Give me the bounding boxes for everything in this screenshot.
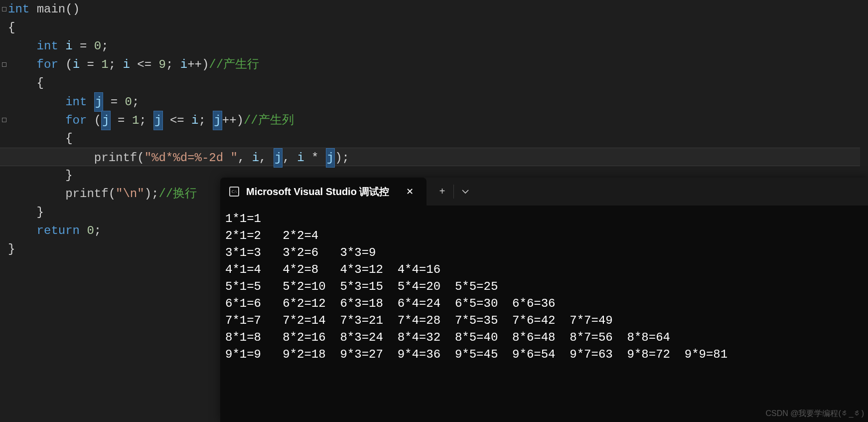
fold-toggle[interactable] xyxy=(0,0,8,18)
output-line: 7*1=7 7*2=14 7*3=21 7*4=28 7*5=35 7*6=42… xyxy=(225,312,863,329)
terminal-icon: C:\ xyxy=(229,187,239,197)
string-literal: "%d*%d=%-2d " xyxy=(145,151,238,165)
terminal-tab-title: Microsoft Visual Studio 调试控 xyxy=(246,185,389,199)
identifier-main: main xyxy=(37,2,66,16)
code-line[interactable]: int j = 0; xyxy=(8,92,860,111)
code-line[interactable]: { xyxy=(8,74,860,92)
code-line[interactable]: for (j = 1; j <= i; j++)//产生列 xyxy=(8,111,860,129)
comment: //产生列 xyxy=(244,114,294,127)
fold-toggle[interactable] xyxy=(0,55,8,74)
code-line[interactable]: for (i = 1; i <= 9; i++)//产生行 xyxy=(8,55,860,74)
code-line[interactable]: int i = 0; xyxy=(8,37,860,55)
new-tab-button[interactable]: + xyxy=(431,178,453,206)
chevron-down-icon xyxy=(461,188,469,196)
comment: //产生行 xyxy=(209,58,259,71)
comment: //换行 xyxy=(158,187,197,201)
keyword-int: int xyxy=(8,2,29,16)
code-line[interactable]: { xyxy=(8,18,860,37)
output-line: 8*1=8 8*2=16 8*3=24 8*4=32 8*5=40 8*6=48… xyxy=(225,329,863,346)
output-line: 2*1=2 2*2=4 xyxy=(225,227,863,244)
selected-var-j: j xyxy=(213,111,222,130)
close-tab-button[interactable]: ✕ xyxy=(402,184,418,199)
code-line-current[interactable]: printf("%d*%d=%-2d ", i, j, i * j); xyxy=(0,148,860,166)
selected-var-j: j xyxy=(153,111,162,130)
code-line[interactable]: int main() xyxy=(8,0,860,18)
terminal-tab[interactable]: C:\ Microsoft Visual Studio 调试控 ✕ xyxy=(220,178,427,206)
output-line: 1*1=1 xyxy=(225,211,863,227)
output-line: 9*1=9 9*2=18 9*3=27 9*4=36 9*5=45 9*6=54… xyxy=(225,346,863,363)
tab-dropdown-button[interactable] xyxy=(454,178,477,206)
terminal-actions: + xyxy=(431,178,477,206)
terminal-output[interactable]: 1*1=1 2*1=2 2*2=4 3*1=3 3*2=6 3*3=9 4*1=… xyxy=(220,206,868,368)
selected-var-j: j xyxy=(94,92,103,112)
selected-var-j: j xyxy=(274,148,283,168)
selected-var-j: j xyxy=(101,111,110,130)
watermark: CSDN @我要学编程(ಥ_ಥ) xyxy=(765,409,864,419)
terminal-window[interactable]: C:\ Microsoft Visual Studio 调试控 ✕ + 1*1=… xyxy=(220,178,868,422)
string-literal: "\n" xyxy=(116,187,145,201)
fold-toggle[interactable] xyxy=(0,111,8,129)
terminal-titlebar[interactable]: C:\ Microsoft Visual Studio 调试控 ✕ + xyxy=(220,178,868,206)
selected-var-j: j xyxy=(326,148,335,168)
output-line: 5*1=5 5*2=10 5*3=15 5*4=20 5*5=25 xyxy=(225,278,863,295)
output-line: 6*1=6 6*2=12 6*3=18 6*4=24 6*5=30 6*6=36 xyxy=(225,295,863,312)
output-line: 4*1=4 4*2=8 4*3=12 4*4=16 xyxy=(225,261,863,278)
code-line[interactable]: { xyxy=(8,129,860,148)
output-line: 3*1=3 3*2=6 3*3=9 xyxy=(225,244,863,261)
fold-gutter xyxy=(0,0,8,422)
